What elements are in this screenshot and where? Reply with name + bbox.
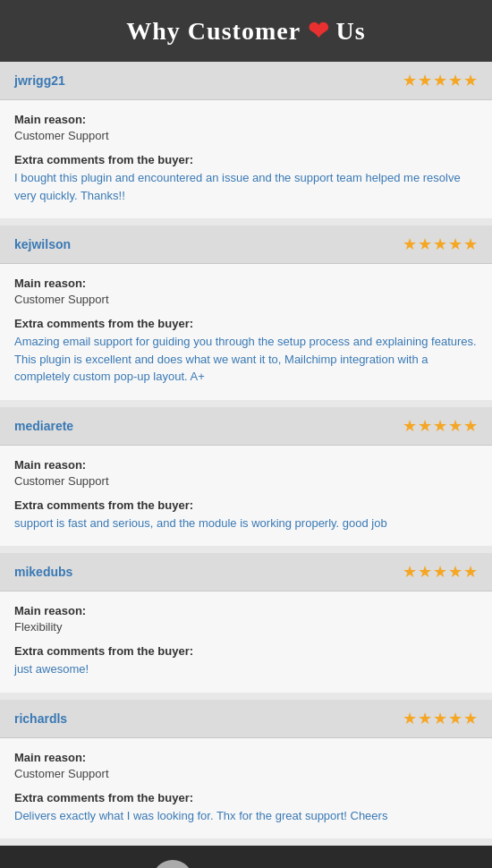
review-header: kejwilson ★★★★★ [0, 226, 492, 264]
main-reason-label: Main reason: [14, 277, 478, 290]
extra-comments-label: Extra comments from the buyer: [14, 317, 478, 330]
extra-comments-value: I bought this plugin and encountered an … [14, 169, 478, 204]
extra-comments-value: support is fast and serious, and the mod… [14, 515, 478, 532]
main-reason-label: Main reason: [14, 604, 478, 617]
title-text-after: Us [336, 17, 366, 45]
svg-point-0 [152, 860, 193, 868]
reviewer-name[interactable]: mediarete [14, 419, 73, 433]
star-icon: ★ [448, 709, 462, 728]
extra-comments-label: Extra comments from the buyer: [14, 153, 478, 166]
star-icon: ★ [463, 562, 478, 582]
review-header: richardls ★★★★★ [0, 700, 492, 738]
review-block: mediarete ★★★★★ Main reason: Customer Su… [0, 407, 492, 547]
star-rating: ★★★★★ [403, 416, 478, 436]
star-icon: ★ [463, 234, 478, 254]
main-reason-label: Main reason: [14, 458, 478, 472]
star-icon: ★ [463, 416, 478, 436]
reviewer-name[interactable]: mikedubs [14, 565, 72, 579]
star-icon: ★ [418, 416, 432, 436]
star-icon: ★ [418, 709, 432, 728]
star-icon: ★ [418, 562, 432, 582]
review-body: Main reason: Customer Support Extra comm… [0, 264, 492, 400]
extra-comments-label: Extra comments from the buyer: [14, 498, 478, 512]
star-icon: ★ [448, 71, 462, 90]
star-icon: ★ [433, 416, 447, 436]
page-footer: C CodeList.in [0, 846, 492, 868]
star-icon: ★ [433, 234, 447, 254]
star-icon: ★ [448, 562, 462, 582]
extra-comments-label: Extra comments from the buyer: [14, 644, 478, 658]
review-block: jwrigg21 ★★★★★ Main reason: Customer Sup… [0, 62, 492, 218]
page-title: Why Customer ❤ Us [18, 16, 474, 46]
extra-comments-value: Amazing email support for guiding you th… [14, 333, 478, 386]
reviewer-name[interactable]: richardls [14, 711, 67, 726]
review-header: mikedubs ★★★★★ [0, 553, 492, 591]
main-reason-value: Flexibility [14, 620, 478, 634]
star-icon: ★ [433, 709, 447, 728]
extra-comments-value: Delivers exactly what I was looking for.… [14, 807, 478, 825]
page-header: Why Customer ❤ Us [0, 0, 492, 62]
heart-icon: ❤ [308, 17, 329, 45]
star-rating: ★★★★★ [403, 709, 478, 728]
review-body: Main reason: Customer Support Extra comm… [0, 100, 492, 218]
star-rating: ★★★★★ [403, 234, 478, 254]
main-reason-value: Customer Support [14, 474, 478, 488]
star-rating: ★★★★★ [403, 71, 478, 90]
star-icon: ★ [448, 416, 462, 436]
review-header: jwrigg21 ★★★★★ [0, 62, 492, 100]
codelist-logo-icon: C [150, 858, 195, 868]
main-reason-value: Customer Support [14, 293, 478, 306]
reviewer-name[interactable]: jwrigg21 [14, 73, 65, 88]
star-icon: ★ [403, 709, 417, 728]
review-body: Main reason: Customer Support Extra comm… [0, 738, 492, 839]
star-icon: ★ [463, 709, 478, 728]
star-icon: ★ [433, 562, 447, 582]
review-body: Main reason: Customer Support Extra comm… [0, 446, 492, 547]
star-icon: ★ [418, 71, 432, 90]
star-rating: ★★★★★ [403, 562, 478, 582]
star-icon: ★ [403, 416, 417, 436]
review-block: mikedubs ★★★★★ Main reason: Flexibility … [0, 553, 492, 693]
star-icon: ★ [403, 234, 417, 254]
review-body: Main reason: Flexibility Extra comments … [0, 591, 492, 693]
star-icon: ★ [463, 71, 478, 90]
reviews-container: jwrigg21 ★★★★★ Main reason: Customer Sup… [0, 62, 492, 838]
review-header: mediarete ★★★★★ [0, 407, 492, 446]
main-reason-label: Main reason: [14, 113, 478, 126]
extra-comments-value: just awesome! [14, 660, 478, 678]
star-icon: ★ [433, 71, 447, 90]
main-reason-label: Main reason: [14, 751, 478, 764]
star-icon: ★ [403, 562, 417, 582]
star-icon: ★ [418, 234, 432, 254]
review-block: richardls ★★★★★ Main reason: Customer Su… [0, 700, 492, 839]
star-icon: ★ [403, 71, 417, 90]
star-icon: ★ [448, 234, 462, 254]
review-block: kejwilson ★★★★★ Main reason: Customer Su… [0, 226, 492, 400]
main-reason-value: Customer Support [14, 129, 478, 142]
extra-comments-label: Extra comments from the buyer: [14, 791, 478, 804]
title-text-before: Why Customer [126, 17, 300, 45]
main-reason-value: Customer Support [14, 767, 478, 780]
reviewer-name[interactable]: kejwilson [14, 237, 71, 251]
